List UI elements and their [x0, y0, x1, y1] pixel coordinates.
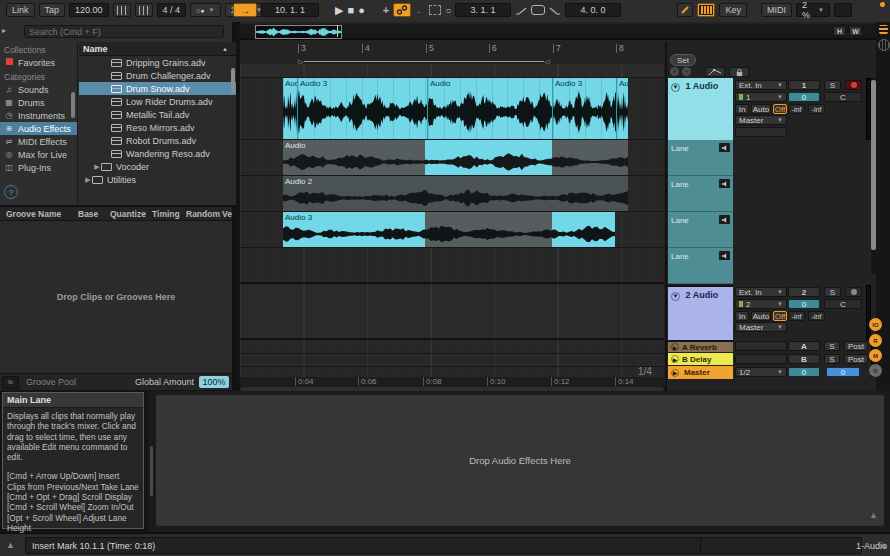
capture-midi-button[interactable] [429, 5, 441, 15]
track1-arm-button[interactable] [845, 80, 862, 90]
lane-audition-button[interactable] [719, 179, 730, 188]
master-cue-volume-field[interactable]: 0 [826, 367, 860, 377]
tempo-field[interactable]: 120.00 [69, 3, 109, 17]
list-item[interactable]: Drum Challenger.adv [79, 69, 236, 82]
loop-switch[interactable] [531, 5, 545, 15]
toggle-mixer-section[interactable]: M [869, 349, 882, 362]
track1-solo-button[interactable]: S [824, 80, 841, 90]
fold-track-icon[interactable]: ▶ [671, 343, 679, 351]
take-clip[interactable]: Audio [283, 140, 628, 175]
column-quantize[interactable]: Quantize [110, 209, 152, 219]
stop-button[interactable]: ■ [347, 4, 354, 16]
toggle-io-section[interactable]: IO [869, 318, 882, 331]
help-icon[interactable]: ? [4, 185, 18, 199]
show-hide-detail-view-button[interactable]: ▲ [879, 540, 888, 550]
audio-clip[interactable]: Audio [428, 78, 553, 139]
show-hide-info-view-button[interactable]: ▲ [6, 540, 15, 550]
lock-envelopes-button[interactable] [729, 67, 749, 77]
session-record-button[interactable]: ○ [445, 5, 451, 16]
scrub-area[interactable] [240, 64, 664, 78]
track2-input-channel-chooser[interactable]: 2▼ [735, 299, 787, 309]
loop-start-field[interactable]: 3. 1. 1 [455, 3, 511, 17]
master-cue-out-chooser[interactable]: 1/2▼ [735, 367, 787, 377]
take-lane[interactable]: Audio [240, 140, 664, 176]
lane-header[interactable]: Lane [668, 140, 733, 176]
automation-mode-button[interactable] [705, 67, 725, 77]
piano-roll-toggle-icon[interactable] [878, 39, 890, 51]
vertical-scroll-handle[interactable] [871, 80, 876, 250]
search-input[interactable] [24, 25, 224, 38]
audio-clip[interactable]: Audio 3 [553, 78, 617, 139]
beat-time-ruler[interactable]: 3 4 5 6 7 8 [240, 42, 664, 56]
return-a-name-cell[interactable]: ▶ A Reverb [668, 340, 733, 352]
arrangement-position-field[interactable]: 10. 1. 1 [261, 3, 319, 17]
midi-map-button[interactable]: MIDI [761, 3, 792, 17]
toggle-returns-section[interactable]: R [869, 334, 882, 347]
play-button[interactable]: ▶ [335, 4, 343, 17]
fold-track-icon[interactable]: ▼ [671, 83, 680, 92]
set-button[interactable]: Set [670, 54, 696, 66]
time-signature-field[interactable]: 4 / 4 [157, 3, 187, 17]
take-clip[interactable]: Audio 2 [283, 176, 628, 211]
track1-activator[interactable]: 1 [788, 80, 820, 90]
column-velocity[interactable]: Ve [222, 209, 232, 219]
list-item[interactable]: Robot Drums.adv [79, 134, 236, 147]
optimize-height-button[interactable]: H [833, 26, 846, 36]
return-a-routing[interactable] [735, 341, 787, 351]
collection-favorites[interactable]: Favorites [0, 56, 77, 69]
track2-main-lane[interactable] [240, 286, 664, 340]
optimize-width-button[interactable]: W [849, 26, 862, 36]
punch-out-icon[interactable] [549, 6, 561, 15]
loop-length-field[interactable]: 4. 0. 0 [565, 3, 621, 17]
track2-pan-field[interactable]: C [824, 299, 862, 309]
list-item[interactable]: Low Rider Drums.adv [79, 95, 236, 108]
track1-volume-field[interactable]: 0 [788, 92, 820, 102]
track1-peak-left[interactable]: -inf [788, 104, 805, 114]
audio-clip[interactable]: Aud [283, 78, 298, 139]
lane-audition-button[interactable] [719, 143, 730, 152]
track1-name-cell[interactable]: ▼ 1 Audio [668, 78, 733, 140]
re-enable-automation-button[interactable]: ← [415, 5, 425, 16]
return-b-post-toggle[interactable]: Post [844, 354, 868, 364]
take-lane[interactable]: Audio 3 [240, 212, 664, 248]
lane-audition-button[interactable] [719, 215, 730, 224]
fold-track-icon[interactable]: ▶ [671, 369, 679, 377]
track2-arm-button[interactable] [845, 287, 862, 297]
list-item[interactable]: Wandering Reso.adv [79, 147, 236, 160]
fold-track-icon[interactable]: ▶ [671, 355, 679, 363]
cpu-meter[interactable]: 2 % ▼ [796, 3, 830, 17]
sidebar-scrollbar[interactable] [71, 92, 75, 118]
sidebar-item-audio-effects[interactable]: ≋Audio Effects [0, 122, 77, 135]
track2-monitor-in[interactable]: In [735, 311, 749, 321]
sidebar-item-max-for-live[interactable]: ◎Max for Live [0, 148, 77, 161]
list-item[interactable]: Dripping Grains.adv [79, 56, 236, 69]
expand-arrow-icon[interactable]: ▶ [84, 176, 92, 184]
sidebar-item-plug-ins[interactable]: ◫Plug-Ins [0, 161, 77, 174]
track1-peak-right[interactable]: -inf [808, 104, 825, 114]
sidebar-item-instruments[interactable]: ◷Instruments [0, 109, 77, 122]
take-clip[interactable]: Audio 3 [283, 212, 615, 247]
return-b-name-cell[interactable]: ▶ B Delay [668, 353, 733, 365]
arrangement-overview[interactable] [240, 24, 876, 40]
nudge-down-button[interactable] [113, 3, 131, 17]
file-list-scrollbar[interactable] [231, 68, 235, 94]
name-column-header[interactable]: Name [79, 44, 222, 54]
vertical-scrollbar[interactable] [871, 78, 876, 274]
list-item[interactable]: Reso Mirrors.adv [79, 121, 236, 134]
show-hide-device-view-button[interactable]: ▲ [869, 510, 878, 520]
track2-input-type-chooser[interactable]: Ext. In▼ [735, 287, 787, 297]
return-b-row[interactable] [240, 355, 664, 367]
overview-zoom-box[interactable] [255, 25, 342, 39]
nudge-up-button[interactable] [135, 3, 153, 17]
lane-header[interactable]: Lane [668, 212, 733, 248]
list-item-selected[interactable]: Drum Snow.adv [79, 82, 236, 95]
column-groove-name[interactable]: Groove Name [0, 209, 78, 219]
track2-peak-left[interactable]: -inf [788, 311, 805, 321]
master-row[interactable] [240, 368, 664, 377]
record-button[interactable]: ● [358, 4, 365, 16]
column-base[interactable]: Base [78, 209, 110, 219]
track2-monitor-auto[interactable]: Auto [751, 311, 771, 321]
fold-track-icon[interactable]: ▼ [671, 292, 680, 301]
track2-monitor-off[interactable]: Off [773, 311, 787, 321]
track1-input-type-chooser[interactable]: Ext. In▼ [735, 80, 787, 90]
